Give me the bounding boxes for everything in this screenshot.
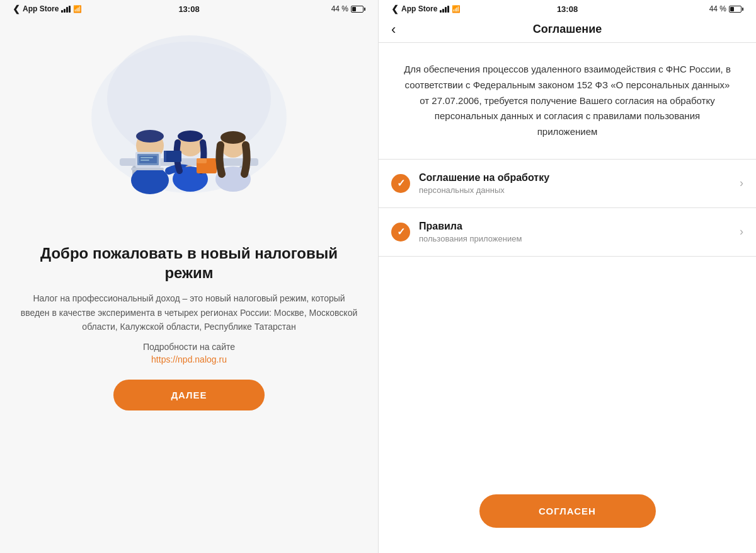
right-battery-icon <box>729 6 743 13</box>
chevron-right-icon-0: › <box>740 177 743 190</box>
agreement-item-subtitle-0: персональных данных <box>419 185 731 195</box>
agreement-item-title-0: Соглашение на обработку <box>419 172 731 183</box>
svg-point-7 <box>136 130 164 143</box>
check-circle-0: ✓ <box>391 174 410 193</box>
agree-button-area: СОГЛАСЕН <box>379 475 756 553</box>
left-status-bar: ❮ App Store 📶 13:08 44 % <box>0 0 378 16</box>
illustration-area <box>19 23 359 237</box>
header-back-button[interactable]: ‹ <box>391 21 396 38</box>
svg-rect-14 <box>197 158 207 163</box>
right-status-bar-left: ❮ App Store 📶 <box>391 4 461 14</box>
battery-icon <box>351 6 365 13</box>
svg-rect-19 <box>164 151 166 162</box>
check-mark-icon-0: ✓ <box>397 178 405 189</box>
left-app-store-label: App Store <box>23 4 59 13</box>
right-header: ‹ Соглашение <box>379 16 756 43</box>
right-status-bar-right: 44 % <box>709 4 743 13</box>
agree-button[interactable]: СОГЛАСЕН <box>479 494 656 528</box>
agreement-item-text-0: Соглашение на обработку персональных дан… <box>419 172 731 195</box>
agreement-description: Для обеспечения процессов удаленного вза… <box>379 43 756 160</box>
svg-rect-22 <box>131 168 164 170</box>
svg-rect-18 <box>164 151 181 162</box>
right-app-store-label: App Store <box>401 4 437 13</box>
svg-point-12 <box>178 131 203 142</box>
right-wifi-icon: 📶 <box>452 5 461 13</box>
right-status-bar: ❮ App Store 📶 13:08 44 % <box>379 0 756 16</box>
left-screen: ❮ App Store 📶 13:08 44 % <box>0 0 378 553</box>
svg-point-17 <box>220 131 246 144</box>
signal-bars-icon <box>61 6 71 13</box>
check-mark-icon-1: ✓ <box>397 227 405 237</box>
right-back-arrow-icon: ❮ <box>391 4 399 14</box>
check-circle-1: ✓ <box>391 223 410 242</box>
agreement-item-subtitle-1: пользования приложением <box>419 234 731 243</box>
right-status-time: 13:08 <box>557 4 578 14</box>
next-button[interactable]: ДАЛЕЕ <box>113 380 265 410</box>
svg-rect-25 <box>140 160 149 161</box>
agreement-item-text-1: Правила пользования приложением <box>419 221 731 243</box>
chevron-right-icon-1: › <box>740 225 743 238</box>
welcome-description: Налог на профессиональный доход – это но… <box>19 291 359 334</box>
site-label: Подробности на сайте <box>143 342 235 352</box>
svg-rect-24 <box>140 157 153 158</box>
agreement-items-list: ✓ Соглашение на обработку персональных д… <box>379 160 756 475</box>
back-arrow-icon: ❮ <box>13 4 20 14</box>
right-main-content: Для обеспечения процессов удаленного вза… <box>379 43 756 553</box>
left-status-bar-right: 44 % <box>331 4 365 13</box>
left-battery-percent: 44 % <box>331 4 348 13</box>
welcome-illustration <box>82 35 296 224</box>
wifi-icon: 📶 <box>73 5 82 13</box>
left-status-time: 13:08 <box>178 4 199 14</box>
left-main-content: Добро пожаловать в новый налоговый режим… <box>0 16 378 553</box>
header-title: Соглашение <box>533 23 602 36</box>
right-screen: ❮ App Store 📶 13:08 44 % <box>378 0 756 553</box>
agreement-item-0[interactable]: ✓ Соглашение на обработку персональных д… <box>379 160 756 208</box>
right-battery-percent: 44 % <box>709 4 726 13</box>
left-status-bar-left: ❮ App Store 📶 <box>13 4 82 14</box>
welcome-title: Добро пожаловать в новый налоговый режим <box>19 243 359 282</box>
svg-point-5 <box>131 166 169 194</box>
right-signal-bars-icon <box>440 6 449 13</box>
agreement-item-title-1: Правила <box>419 221 731 232</box>
site-link[interactable]: https://npd.nalog.ru <box>151 354 227 364</box>
agreement-item-1[interactable]: ✓ Правила пользования приложением › <box>379 208 756 257</box>
